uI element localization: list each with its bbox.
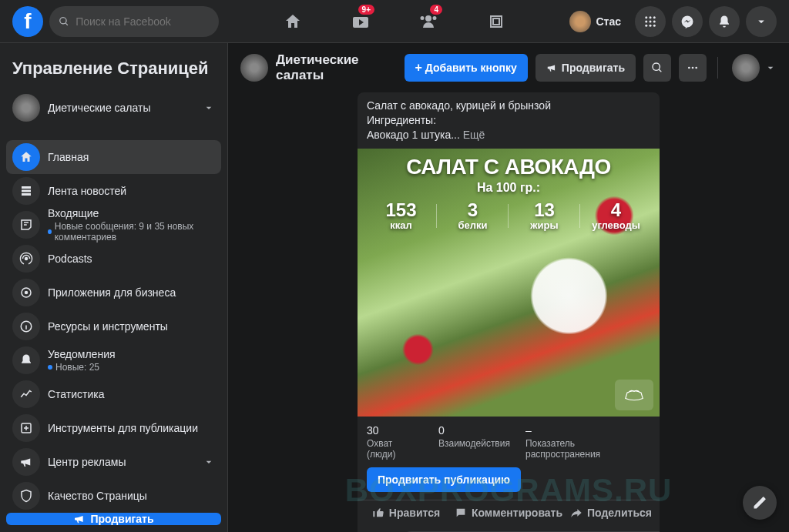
search-icon	[651, 62, 663, 74]
sidebar-item-home[interactable]: Главная	[6, 140, 221, 174]
megaphone-icon	[73, 513, 86, 525]
sidebar-item-label: Уведомления	[48, 348, 215, 360]
top-navigation: f 9+ 4 Стас	[0, 0, 789, 43]
comment-button[interactable]: Комментировать	[455, 500, 562, 525]
sidebar-item-page-quality[interactable]: Качество Страницы	[6, 479, 221, 513]
account-button[interactable]	[746, 6, 777, 37]
post-image[interactable]: САЛАТ С АВОКАДО На 100 гр.: 153ккал 3бел…	[358, 149, 660, 417]
profile-name: Стас	[596, 15, 621, 28]
sidebar-title: Управление Страницей	[6, 52, 221, 88]
sidebar-item-podcasts[interactable]: Podcasts	[6, 242, 221, 276]
sidebar-promote-button[interactable]: Продвигать	[6, 513, 221, 525]
comment-label: Комментировать	[472, 507, 562, 519]
megaphone-icon	[546, 62, 557, 73]
compose-fab[interactable]	[743, 486, 777, 520]
svg-point-3	[645, 20, 647, 22]
svg-point-11	[25, 291, 29, 295]
facebook-logo[interactable]: f	[12, 6, 43, 37]
page-header-avatar[interactable]	[240, 54, 268, 82]
svg-point-14	[688, 67, 690, 69]
sidebar-item-label: Podcasts	[48, 253, 215, 265]
nutrition-label: углеводы	[580, 219, 652, 231]
page-selector-name: Диетические салаты	[48, 102, 203, 114]
svg-point-0	[645, 16, 647, 18]
post-card: Салат с авокадо, курицей и брынзой Ингре…	[358, 92, 660, 532]
apps-icon	[19, 286, 33, 299]
like-button[interactable]: Нравится	[358, 500, 455, 525]
sidebar-item-inbox[interactable]: ВходящиеНовые сообщения: 9 и 35 новых ко…	[6, 208, 221, 242]
chevron-down-icon	[754, 15, 768, 28]
page-selector[interactable]: Диетические салаты	[6, 88, 221, 128]
avatar	[569, 11, 591, 32]
edit-icon	[752, 495, 767, 510]
share-icon	[570, 507, 583, 519]
menu-button[interactable]	[635, 6, 666, 37]
chevron-down-icon[interactable]	[764, 62, 777, 74]
watch-badge: 9+	[358, 5, 374, 15]
sidebar-item-label: Ресурсы и инструменты	[48, 320, 215, 333]
notifications-button[interactable]	[709, 6, 740, 37]
bell-icon	[19, 353, 33, 367]
search-box[interactable]	[49, 6, 219, 37]
tab-home[interactable]	[262, 3, 324, 40]
sidebar-item-publishing[interactable]: Инструменты для публикации	[6, 411, 221, 445]
grid-icon	[643, 15, 657, 28]
svg-point-15	[692, 67, 694, 69]
sidebar-item-label: Инструменты для публикации	[48, 422, 215, 434]
post-actions: Нравится Комментировать Поделиться	[358, 500, 660, 525]
stat-value: –	[525, 424, 650, 437]
promote-label: Продвигать	[90, 513, 153, 525]
gaming-icon	[487, 12, 505, 31]
svg-point-5	[653, 20, 656, 22]
header-page-avatar[interactable]	[732, 54, 760, 82]
sidebar-item-notifications[interactable]: УведомленияНовые: 25	[6, 343, 221, 377]
stat-label: Охват (люди)	[367, 438, 423, 460]
messenger-icon	[680, 15, 694, 28]
see-more-link[interactable]: Ещё	[463, 129, 485, 141]
sidebar-item-sub: Новые сообщения: 9 и 35 новых комментари…	[55, 221, 215, 243]
megaphone-icon	[19, 455, 33, 469]
podcast-icon	[19, 252, 33, 266]
nav-right: Стас	[566, 6, 777, 37]
inbox-icon	[19, 218, 33, 232]
messenger-button[interactable]	[672, 6, 703, 37]
dots-icon	[687, 62, 699, 74]
svg-point-4	[650, 20, 652, 22]
nutrition-value: 153	[365, 201, 437, 219]
tab-gaming[interactable]	[465, 3, 527, 40]
search-input[interactable]	[76, 15, 210, 28]
sidebar: Управление Страницей Диетические салаты …	[0, 43, 228, 532]
chart-icon	[19, 387, 33, 401]
sidebar-item-business-apps[interactable]: Приложения для бизнеса	[6, 276, 221, 309]
video-icon	[351, 12, 370, 31]
sidebar-item-resources[interactable]: Ресурсы и инструменты	[6, 309, 221, 343]
groups-icon	[419, 12, 438, 31]
header-more-button[interactable]	[679, 54, 707, 82]
add-button-button[interactable]: +Добавить кнопку	[405, 54, 528, 82]
share-button[interactable]: Поделиться	[562, 500, 660, 525]
tab-groups[interactable]: 4	[398, 3, 459, 40]
header-search-button[interactable]	[643, 54, 671, 82]
sidebar-item-ad-center[interactable]: Центр рекламы	[6, 445, 221, 479]
nutrition-value: 13	[509, 201, 580, 219]
svg-point-9	[25, 257, 29, 261]
share-label: Поделиться	[587, 507, 652, 519]
nutrition-label: жиры	[509, 219, 580, 231]
sidebar-item-sub: Новые: 25	[55, 362, 99, 373]
profile-chip[interactable]: Стас	[566, 8, 629, 35]
sidebar-item-insights[interactable]: Статистика	[6, 377, 221, 411]
promote-label: Продвигать	[562, 62, 625, 74]
tab-watch[interactable]: 9+	[330, 3, 391, 40]
header-promote-button[interactable]: Продвигать	[536, 54, 636, 82]
svg-point-7	[650, 24, 652, 26]
like-label: Нравится	[389, 507, 440, 519]
bell-icon	[717, 15, 731, 28]
main-content: Диетические салаты +Добавить кнопку Прод…	[228, 43, 789, 532]
svg-point-2	[653, 16, 656, 18]
home-icon	[19, 150, 33, 164]
sidebar-item-newsfeed[interactable]: Лента новостей	[6, 174, 221, 208]
svg-point-8	[653, 24, 656, 26]
page-header: Диетические салаты +Добавить кнопку Прод…	[228, 43, 789, 92]
search-icon	[59, 15, 69, 28]
boost-post-button[interactable]: Продвигать публикацию	[367, 467, 521, 492]
